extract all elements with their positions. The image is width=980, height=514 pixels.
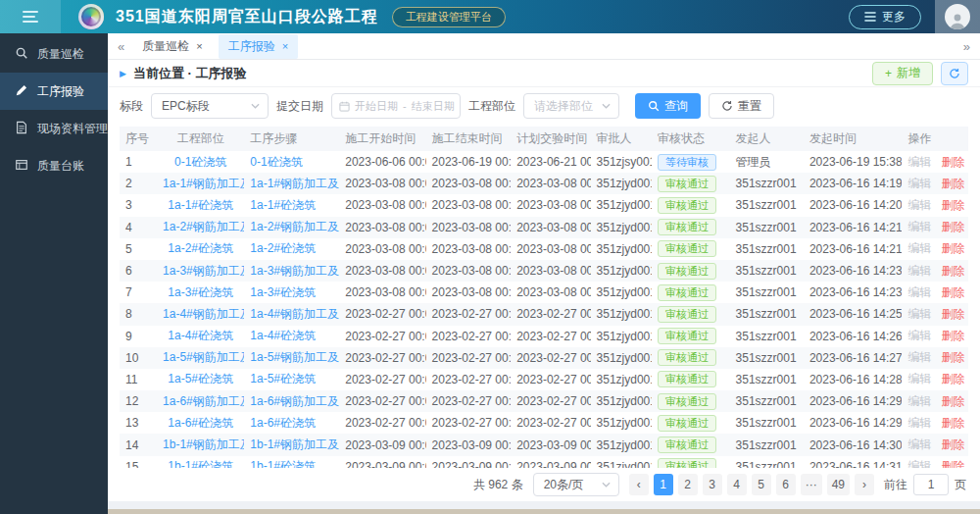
tabs-scroll-right-icon[interactable]: » bbox=[963, 40, 970, 53]
cell-part-link[interactable]: 1a-6#砼浇筑 bbox=[157, 412, 244, 434]
cell-part-link[interactable]: 1a-4#钢筋加工及安装 bbox=[157, 303, 244, 325]
delete-action[interactable]: 删除 bbox=[941, 220, 964, 233]
next-page-button[interactable]: › bbox=[855, 474, 874, 495]
delete-action[interactable]: 删除 bbox=[941, 459, 964, 468]
user-avatar-button[interactable] bbox=[935, 0, 980, 33]
edit-action[interactable]: 编辑 bbox=[907, 198, 931, 212]
sidebar-item-process-inspection[interactable]: 工序报验 bbox=[0, 73, 108, 110]
edit-action[interactable]: 编辑 bbox=[907, 394, 931, 408]
edit-action[interactable]: 编辑 bbox=[907, 285, 931, 299]
cell-part-link[interactable]: 1a-3#钢筋加工及安装 bbox=[157, 260, 244, 282]
delete-action[interactable]: 删除 bbox=[941, 307, 964, 321]
cell-part-link[interactable]: 1a-3#砼浇筑 bbox=[157, 282, 244, 303]
edit-action[interactable]: 编辑 bbox=[907, 241, 931, 255]
cell-part-link[interactable]: 1a-6#钢筋加工及安装 bbox=[157, 390, 244, 412]
cell-step-link[interactable]: 1a-4#砼浇筑 bbox=[244, 326, 339, 347]
cell-step-link[interactable]: 1a-5#砼浇筑 bbox=[244, 369, 339, 390]
cell-status: 审核通过 bbox=[652, 456, 730, 468]
edit-action[interactable]: 编辑 bbox=[907, 307, 931, 321]
delete-action[interactable]: 删除 bbox=[941, 264, 964, 278]
refresh-button[interactable] bbox=[941, 62, 968, 85]
delete-action[interactable]: 删除 bbox=[941, 241, 964, 255]
delete-action[interactable]: 删除 bbox=[941, 372, 964, 386]
delete-action[interactable]: 删除 bbox=[941, 394, 964, 408]
prev-page-button[interactable]: ‹ bbox=[629, 474, 649, 495]
edit-action[interactable]: 编辑 bbox=[907, 437, 931, 451]
tab-1[interactable]: 质量巡检× bbox=[132, 34, 212, 59]
page-button-2[interactable]: 2 bbox=[678, 474, 698, 495]
sidebar-item-site-documents[interactable]: 现场资料管理 bbox=[0, 110, 108, 147]
cell-part-link[interactable]: 1a-5#钢筋加工及安装 bbox=[157, 347, 244, 369]
page-button-49[interactable]: 49 bbox=[827, 474, 850, 495]
delete-action[interactable]: 删除 bbox=[941, 285, 964, 299]
edit-action[interactable]: 编辑 bbox=[907, 372, 931, 386]
search-button[interactable]: 查询 bbox=[635, 93, 701, 119]
edit-action[interactable]: 编辑 bbox=[907, 220, 931, 233]
cell-part-link[interactable]: 1a-5#砼浇筑 bbox=[157, 369, 244, 390]
delete-action[interactable]: 删除 bbox=[941, 350, 964, 364]
cell-step-link[interactable]: 1a-6#砼浇筑 bbox=[244, 412, 339, 434]
delete-action[interactable]: 删除 bbox=[941, 198, 964, 212]
cell-part-link[interactable]: 1a-2#砼浇筑 bbox=[157, 238, 244, 260]
page-button-1[interactable]: 1 bbox=[654, 474, 673, 495]
tabs-scroll-left-icon[interactable]: « bbox=[118, 40, 124, 53]
delete-action[interactable]: 删除 bbox=[941, 155, 964, 169]
cell-step-link[interactable]: 0-1砼浇筑 bbox=[244, 151, 339, 173]
sidebar-item-quality-ledger[interactable]: 质量台账 bbox=[0, 147, 108, 184]
reset-button[interactable]: 重置 bbox=[709, 93, 774, 119]
page-button-5[interactable]: 5 bbox=[752, 474, 771, 495]
cell-step-link[interactable]: 1a-1#砼浇筑 bbox=[244, 194, 339, 216]
cell-part-link[interactable]: 1b-1#砼浇筑 bbox=[157, 456, 244, 468]
cell-part-link[interactable]: 1b-1#钢筋加工及安装 bbox=[157, 434, 244, 455]
edit-action[interactable]: 编辑 bbox=[907, 264, 931, 278]
cell-status: 审核通过 bbox=[652, 412, 730, 434]
date-range-picker[interactable]: 开始日期 - 结束日期 bbox=[331, 93, 461, 119]
cell-step-link[interactable]: 1b-1#砼浇筑 bbox=[244, 456, 339, 468]
sidebar-item-quality-inspection[interactable]: 质量巡检 bbox=[0, 35, 108, 73]
delete-action[interactable]: 删除 bbox=[941, 329, 964, 342]
cell-step-link[interactable]: 1a-2#砼浇筑 bbox=[244, 238, 339, 260]
cell-step-link[interactable]: 1a-3#砼浇筑 bbox=[244, 282, 339, 303]
cell-step-link[interactable]: 1a-2#钢筋加工及安装 bbox=[244, 217, 339, 238]
cell-part-link[interactable]: 0-1砼浇筑 bbox=[157, 151, 244, 173]
cell-status: 审核通过 bbox=[652, 260, 730, 282]
cell-part-link[interactable]: 1a-1#砼浇筑 bbox=[157, 194, 244, 216]
cell-part-link[interactable]: 1a-2#钢筋加工及安装 bbox=[157, 217, 244, 238]
delete-action[interactable]: 删除 bbox=[941, 416, 964, 430]
column-header: 审批人 bbox=[591, 127, 652, 151]
page-size-select[interactable]: 20条/页 bbox=[533, 473, 619, 496]
cell-step-link[interactable]: 1a-4#钢筋加工及安装 bbox=[244, 303, 339, 325]
page-button-6[interactable]: 6 bbox=[776, 474, 796, 495]
add-button[interactable]: + 新增 bbox=[872, 62, 933, 85]
more-button[interactable]: 更多 bbox=[849, 5, 921, 29]
goto-page-input[interactable] bbox=[913, 474, 949, 495]
cell-no: 2 bbox=[120, 173, 157, 194]
tab-2[interactable]: 工序报验× bbox=[219, 34, 298, 59]
part-select[interactable]: 请选择部位 bbox=[523, 93, 619, 119]
cell-plan-time: 2023-06-21 00:00 bbox=[511, 151, 590, 173]
page-ellipsis[interactable]: ··· bbox=[801, 474, 822, 495]
cell-part-link[interactable]: 1a-4#砼浇筑 bbox=[157, 326, 244, 347]
edit-action[interactable]: 编辑 bbox=[907, 350, 931, 364]
cell-step-link[interactable]: 1a-5#钢筋加工及安装 bbox=[244, 347, 339, 369]
hamburger-icon bbox=[22, 10, 39, 24]
cell-part-link[interactable]: 1a-1#钢筋加工及安装 bbox=[157, 173, 244, 194]
cell-end-time: 2023-03-09 00:00 bbox=[426, 456, 512, 468]
cell-step-link[interactable]: 1a-3#钢筋加工及安装 bbox=[244, 260, 339, 282]
page-button-4[interactable]: 4 bbox=[727, 474, 747, 495]
cell-step-link[interactable]: 1a-1#钢筋加工及安装 bbox=[244, 173, 339, 194]
tab-close-icon[interactable]: × bbox=[282, 41, 288, 52]
edit-action[interactable]: 编辑 bbox=[907, 155, 931, 169]
section-select[interactable]: EPC标段 bbox=[151, 93, 269, 119]
cell-step-link[interactable]: 1a-6#钢筋加工及安装 bbox=[244, 390, 339, 412]
edit-action[interactable]: 编辑 bbox=[907, 177, 931, 190]
page-button-3[interactable]: 3 bbox=[703, 474, 722, 495]
delete-action[interactable]: 删除 bbox=[941, 437, 964, 451]
edit-action[interactable]: 编辑 bbox=[907, 329, 931, 342]
sidebar-toggle-button[interactable] bbox=[0, 0, 61, 33]
edit-action[interactable]: 编辑 bbox=[907, 416, 931, 430]
delete-action[interactable]: 删除 bbox=[941, 177, 964, 190]
cell-step-link[interactable]: 1b-1#钢筋加工及安装 bbox=[244, 434, 339, 455]
tab-close-icon[interactable]: × bbox=[196, 41, 202, 52]
edit-action[interactable]: 编辑 bbox=[907, 459, 931, 468]
